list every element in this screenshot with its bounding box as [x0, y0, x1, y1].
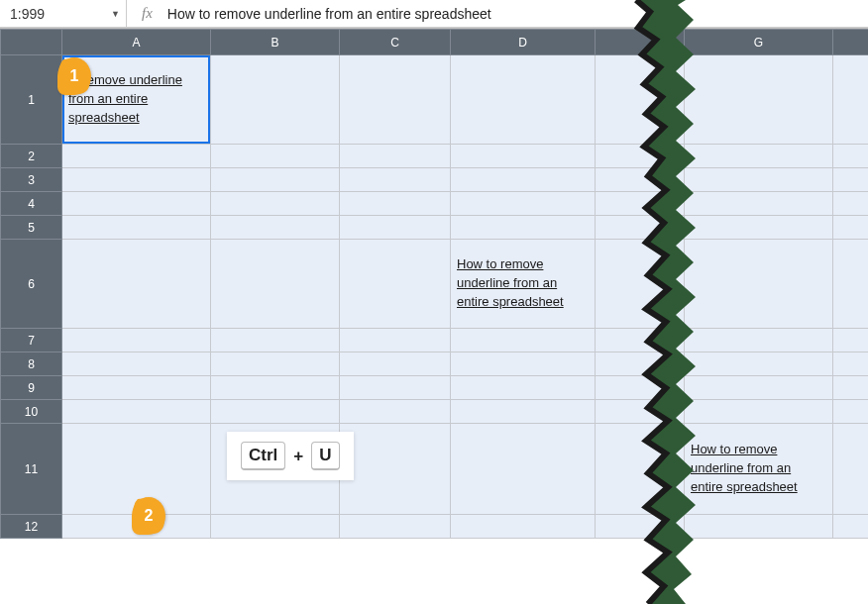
cell[interactable] — [665, 376, 685, 400]
cell[interactable] — [340, 424, 451, 515]
cell[interactable] — [833, 376, 869, 400]
cell[interactable] — [340, 168, 451, 192]
cell[interactable] — [451, 515, 596, 539]
cell[interactable] — [211, 216, 340, 240]
cell[interactable] — [833, 352, 869, 376]
cell-d6[interactable]: How to remove underline from an entire s… — [451, 240, 596, 329]
cell[interactable] — [451, 376, 596, 400]
row-header[interactable]: 10 — [1, 400, 62, 424]
cell[interactable] — [833, 192, 869, 216]
cell[interactable] — [451, 145, 596, 168]
cell[interactable] — [451, 329, 596, 352]
cell[interactable] — [685, 55, 833, 145]
cell[interactable] — [665, 515, 685, 539]
cell[interactable] — [62, 376, 211, 400]
cell[interactable] — [340, 376, 451, 400]
select-all-corner[interactable] — [1, 30, 62, 55]
column-header[interactable]: G — [685, 30, 833, 55]
cell[interactable] — [211, 376, 340, 400]
cell[interactable] — [62, 352, 211, 376]
cell[interactable] — [596, 55, 665, 145]
column-header[interactable] — [833, 30, 869, 55]
row-header[interactable]: 9 — [1, 376, 62, 400]
cell[interactable] — [685, 329, 833, 352]
cell[interactable] — [211, 400, 340, 424]
cell[interactable] — [340, 216, 451, 240]
column-header[interactable] — [596, 30, 665, 55]
cell[interactable] — [596, 240, 665, 329]
cell[interactable] — [62, 192, 211, 216]
cell[interactable] — [685, 145, 833, 168]
cell-g11[interactable]: How to remove underline from an entire s… — [685, 424, 833, 515]
cell[interactable] — [833, 329, 869, 352]
row-header[interactable]: 4 — [1, 192, 62, 216]
column-header[interactable]: B — [211, 30, 340, 55]
cell[interactable] — [62, 329, 211, 352]
cell[interactable] — [62, 400, 211, 424]
cell[interactable] — [665, 192, 685, 216]
cell[interactable] — [62, 168, 211, 192]
cell[interactable] — [451, 216, 596, 240]
formula-input[interactable] — [167, 0, 868, 27]
cell[interactable] — [340, 145, 451, 168]
row-header[interactable]: 2 — [1, 145, 62, 168]
cell[interactable] — [665, 424, 685, 515]
cell[interactable] — [596, 352, 665, 376]
cell[interactable] — [596, 168, 665, 192]
cell[interactable] — [685, 216, 833, 240]
cell[interactable] — [685, 400, 833, 424]
cell[interactable] — [665, 329, 685, 352]
cell[interactable] — [665, 352, 685, 376]
row-header[interactable]: 1 — [1, 55, 62, 145]
cell[interactable] — [833, 145, 869, 168]
cell[interactable] — [685, 240, 833, 329]
cell[interactable] — [685, 352, 833, 376]
cell[interactable] — [340, 515, 451, 539]
cell[interactable] — [596, 216, 665, 240]
cell[interactable] — [211, 329, 340, 352]
row-header[interactable]: 5 — [1, 216, 62, 240]
row-header[interactable]: 11 — [1, 424, 62, 515]
cell[interactable] — [211, 168, 340, 192]
cell[interactable] — [451, 168, 596, 192]
column-header[interactable]: D — [451, 30, 596, 55]
cell[interactable] — [451, 424, 596, 515]
cell[interactable] — [685, 515, 833, 539]
cell[interactable] — [833, 55, 869, 145]
cell[interactable] — [665, 55, 685, 145]
cell[interactable] — [596, 515, 665, 539]
cell[interactable] — [596, 376, 665, 400]
row-header[interactable]: 7 — [1, 329, 62, 352]
cell[interactable] — [665, 168, 685, 192]
cell[interactable] — [340, 352, 451, 376]
cell[interactable] — [685, 168, 833, 192]
cell[interactable] — [833, 424, 869, 515]
row-header[interactable]: 3 — [1, 168, 62, 192]
cell[interactable] — [451, 400, 596, 424]
cell[interactable] — [451, 352, 596, 376]
cell[interactable] — [833, 400, 869, 424]
cell[interactable] — [62, 216, 211, 240]
row-header[interactable]: 6 — [1, 240, 62, 329]
cell[interactable] — [211, 240, 340, 329]
cell[interactable] — [596, 145, 665, 168]
cell[interactable] — [685, 376, 833, 400]
cell[interactable] — [211, 145, 340, 168]
cell[interactable] — [665, 240, 685, 329]
cell[interactable] — [340, 55, 451, 145]
cell[interactable] — [665, 145, 685, 168]
cell[interactable] — [340, 400, 451, 424]
cell[interactable] — [833, 240, 869, 329]
cell[interactable] — [596, 329, 665, 352]
cell[interactable] — [833, 515, 869, 539]
cell[interactable] — [833, 168, 869, 192]
cell[interactable] — [211, 352, 340, 376]
cell[interactable] — [211, 55, 340, 145]
row-header[interactable]: 8 — [1, 352, 62, 376]
cell[interactable] — [340, 329, 451, 352]
cell[interactable] — [451, 55, 596, 145]
column-header[interactable] — [665, 30, 685, 55]
cell[interactable] — [833, 216, 869, 240]
cell[interactable] — [451, 192, 596, 216]
column-header[interactable]: C — [340, 30, 451, 55]
